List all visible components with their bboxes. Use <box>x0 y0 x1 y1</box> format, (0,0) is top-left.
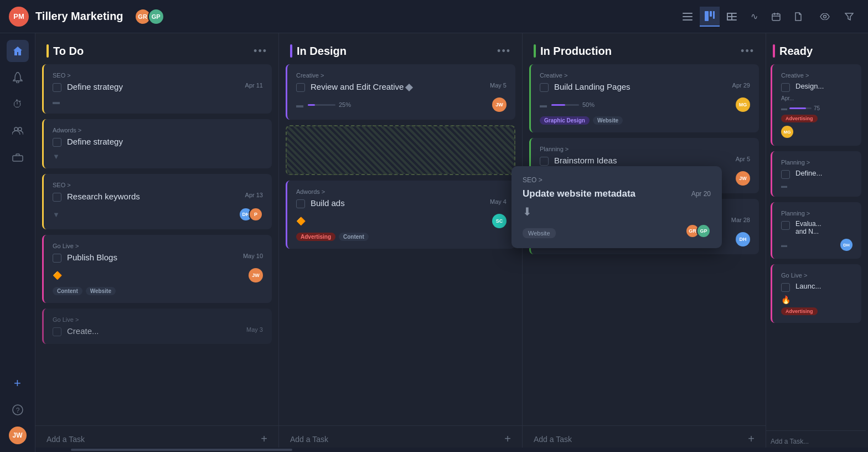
column-in-design-menu[interactable]: ••• <box>497 45 511 57</box>
task-meta: Go Live > <box>53 316 263 323</box>
column-todo-header: To Do ••• <box>35 33 278 64</box>
task-meta: Planning > <box>781 159 852 166</box>
task-checkbox[interactable] <box>781 170 790 179</box>
task-meta: Planning > <box>540 146 750 152</box>
task-checkbox[interactable] <box>53 83 61 92</box>
task-date: May 4 <box>490 198 507 205</box>
filter-icon[interactable] <box>839 7 859 27</box>
task-meta: Go Live > <box>781 272 852 279</box>
task-chevron: ▼ <box>53 152 60 161</box>
task-date: Apr... <box>781 95 852 101</box>
sidebar-notifications-icon[interactable] <box>7 66 29 89</box>
sidebar-home-icon[interactable] <box>7 40 29 62</box>
tag: Content <box>53 287 82 295</box>
task-card[interactable]: Go Live > Create... May 3 <box>42 309 272 344</box>
svg-rect-4 <box>710 11 712 17</box>
tag: Website <box>86 287 116 295</box>
nav-calendar-icon[interactable] <box>766 7 786 27</box>
task-card[interactable]: Creative > Build Landing Pages Apr 29 ▬ … <box>529 64 759 132</box>
column-in-design: In Design ••• Creative > Review and Edit… <box>279 33 523 452</box>
task-date: Apr 5 <box>736 156 750 162</box>
task-card[interactable]: Creative > Design... Apr... ▬ 75 Adverti… <box>771 64 861 146</box>
add-task-label: Add a Task <box>534 435 572 444</box>
task-title: Evalua...and N... <box>795 220 852 235</box>
sidebar-people-icon[interactable] <box>7 120 29 142</box>
project-avatars: GR GP <box>135 8 164 25</box>
column-in-production-menu[interactable]: ••• <box>741 45 755 57</box>
add-task-label: Add a Task <box>46 435 85 444</box>
task-card[interactable]: Creative > Review and Edit Creative May … <box>286 64 515 120</box>
task-title: Launc... <box>795 282 852 290</box>
task-chevron: ▬ <box>53 97 60 106</box>
task-card[interactable]: Adwords > Define strategy ▼ <box>42 119 272 168</box>
column-in-design-accent <box>290 44 292 58</box>
sidebar-add-icon[interactable]: + <box>7 372 29 394</box>
task-title: Define strategy <box>67 137 263 146</box>
pm-logo[interactable]: PM <box>9 7 29 27</box>
task-card[interactable]: Planning > Evalua...and N... ▬ DH <box>771 202 861 259</box>
avatar: DH <box>736 232 750 246</box>
nav-list-icon[interactable] <box>678 7 698 27</box>
task-checkbox[interactable] <box>53 254 61 263</box>
task-meta: Adwords > <box>53 127 263 133</box>
progress-dash: ▬ <box>540 101 547 109</box>
tag: Advertising <box>781 115 818 122</box>
task-checkbox[interactable] <box>53 138 61 147</box>
nav-board-icon[interactable] <box>700 7 720 27</box>
task-checkbox[interactable] <box>53 193 61 202</box>
nav-doc-icon[interactable] <box>788 7 808 27</box>
drop-zone <box>286 125 515 175</box>
nav-table-icon[interactable] <box>722 7 742 27</box>
svg-point-16 <box>17 81 19 83</box>
dash: ▬ <box>781 105 787 111</box>
task-checkbox[interactable] <box>781 221 790 230</box>
task-checkbox[interactable] <box>296 83 305 92</box>
task-card[interactable]: SEO > Research keywords Apr 13 ▼ DH P <box>42 174 272 229</box>
task-date: May 3 <box>246 326 263 333</box>
column-ready: Ready Creative > Design... Apr... ▬ 75 <box>766 33 866 452</box>
task-checkbox[interactable] <box>781 283 790 292</box>
task-date: May 5 <box>490 82 507 89</box>
svg-rect-10 <box>731 13 732 20</box>
task-title: Build ads <box>311 198 484 208</box>
task-checkbox[interactable] <box>296 199 305 208</box>
task-card[interactable]: Go Live > Publish Blogs May 10 🔶 JW Cont… <box>42 235 272 303</box>
sidebar-time-icon[interactable]: ⏱ <box>7 93 29 115</box>
task-checkbox[interactable] <box>540 83 549 92</box>
column-ready-header: Ready <box>766 33 866 64</box>
column-todo-menu[interactable]: ••• <box>254 45 267 57</box>
nav-pulse-icon[interactable]: ∿ <box>744 7 764 27</box>
column-in-design-body: Creative > Review and Edit Creative May … <box>279 64 522 425</box>
project-title: Tillery Marketing <box>35 10 123 23</box>
column-in-design-title: In Design <box>297 45 347 58</box>
add-task-label: Add a Task <box>290 435 328 444</box>
task-card[interactable]: Adwords > Build ads May 4 🔶 SC Advertisi… <box>286 181 515 249</box>
eye-icon[interactable] <box>815 7 835 27</box>
sidebar-help-icon[interactable]: ? <box>7 399 29 421</box>
task-checkbox[interactable] <box>781 83 790 92</box>
task-card[interactable]: Planning > Define... ▬ <box>771 151 861 197</box>
task-title: Research keywords <box>67 192 240 201</box>
svg-text:?: ? <box>16 407 19 414</box>
column-in-production-header: In Production ••• <box>523 33 766 64</box>
svg-point-15 <box>824 15 826 18</box>
task-date: May 10 <box>243 253 263 259</box>
sidebar: ⏱ + ? JW <box>0 33 35 452</box>
task-title: Define strategy <box>67 82 240 91</box>
task-popup[interactable]: SEO > Update website metadata Apr 20 ⬇ W… <box>512 166 522 248</box>
task-checkbox[interactable] <box>53 327 61 336</box>
user-avatar[interactable]: JW <box>8 425 28 445</box>
dash: ▬ <box>781 182 852 189</box>
avatar-gp[interactable]: GP <box>148 8 164 25</box>
column-ready-accent <box>773 44 775 58</box>
task-meta: Planning > <box>781 210 852 217</box>
task-avatars: DH P <box>239 207 263 222</box>
tag: Content <box>339 233 369 241</box>
column-in-production-title: In Production <box>540 45 612 58</box>
task-checkbox[interactable] <box>540 157 549 166</box>
priority-icon: 🔶 <box>53 271 62 280</box>
task-card[interactable]: SEO > Define strategy Apr 11 ▬ <box>42 64 272 114</box>
avatar: DH <box>840 239 852 251</box>
sidebar-portfolio-icon[interactable] <box>7 146 29 168</box>
task-card[interactable]: Go Live > Launc... 🔥 Advertising <box>771 264 861 323</box>
